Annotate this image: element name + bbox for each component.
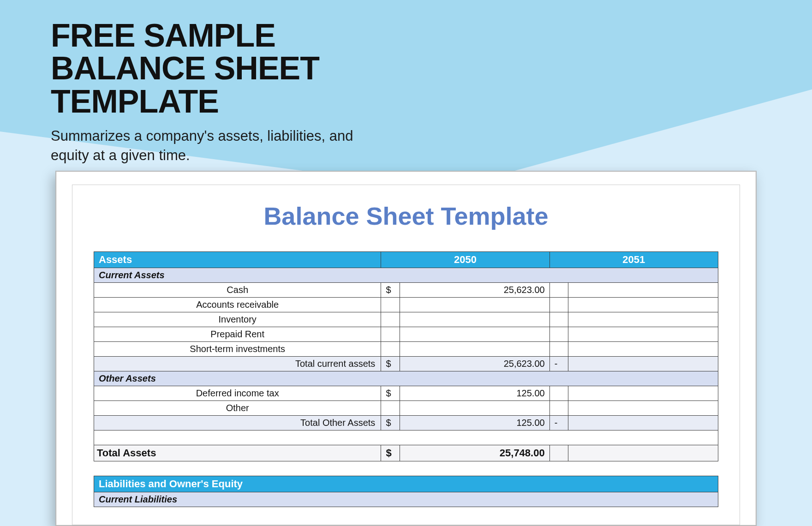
row-prepaid: Prepaid Rent	[94, 327, 718, 342]
cell-sym2	[549, 283, 568, 298]
current-liabilities-subheader: Current Liabilities	[94, 492, 718, 507]
cell-label: Short-term investments	[94, 342, 381, 357]
spacer2	[94, 461, 718, 476]
current-liabilities-label: Current Liabilities	[94, 492, 718, 507]
assets-header-row: Assets 2050 2051	[94, 252, 718, 268]
cell-label: Deferred income tax	[94, 386, 381, 401]
current-assets-label: Current Assets	[94, 268, 718, 283]
cell-label: Prepaid Rent	[94, 327, 381, 342]
cell-label: Total Other Assets	[94, 416, 381, 430]
liabilities-header-row: Liabilities and Owner's Equity	[94, 476, 718, 492]
row-other: Other	[94, 401, 718, 416]
spacer	[94, 430, 718, 445]
template-preview: FREE SAMPLE BALANCE SHEET TEMPLATE Summa…	[0, 0, 812, 526]
hero-subtitle: Summarizes a company's assets, liabiliti…	[51, 126, 374, 165]
year-1-header: 2050	[381, 252, 549, 268]
other-assets-label: Other Assets	[94, 371, 718, 386]
cell-label: Total current assets	[94, 357, 381, 371]
current-assets-subheader: Current Assets	[94, 268, 718, 283]
cell-label: Other	[94, 401, 381, 416]
year-2-header: 2051	[549, 252, 718, 268]
row-total-current-assets: Total current assets $ 25,623.00 -	[94, 357, 718, 371]
row-sti: Short-term investments	[94, 342, 718, 357]
document-title: Balance Sheet Template	[94, 202, 718, 230]
row-ar: Accounts receivable	[94, 298, 718, 312]
cell-label: Inventory	[94, 312, 381, 327]
cell-label: Cash	[94, 283, 381, 298]
row-total-other-assets: Total Other Assets $ 125.00 -	[94, 416, 718, 430]
row-inventory: Inventory	[94, 312, 718, 327]
cell-label: Total Assets	[94, 445, 381, 461]
other-assets-subheader: Other Assets	[94, 371, 718, 386]
cell-val: 25,623.00	[400, 283, 549, 298]
assets-header-label: Assets	[94, 252, 381, 268]
balance-sheet-table: Assets 2050 2051 Current Assets Cash $ 2…	[94, 251, 718, 507]
cell-val2	[568, 283, 718, 298]
row-cash: Cash $ 25,623.00	[94, 283, 718, 298]
document-inner: Balance Sheet Template Assets 2050 2051 …	[72, 185, 740, 525]
liabilities-header-label: Liabilities and Owner's Equity	[94, 476, 718, 492]
row-dit: Deferred income tax $ 125.00	[94, 386, 718, 401]
document-card: Balance Sheet Template Assets 2050 2051 …	[55, 171, 757, 526]
hero-title: FREE SAMPLE BALANCE SHEET TEMPLATE	[51, 19, 429, 118]
hero-block: FREE SAMPLE BALANCE SHEET TEMPLATE Summa…	[51, 19, 429, 165]
cell-sym: $	[381, 283, 400, 298]
row-total-assets: Total Assets $ 25,748.00	[94, 445, 718, 461]
cell-label: Accounts receivable	[94, 298, 381, 312]
